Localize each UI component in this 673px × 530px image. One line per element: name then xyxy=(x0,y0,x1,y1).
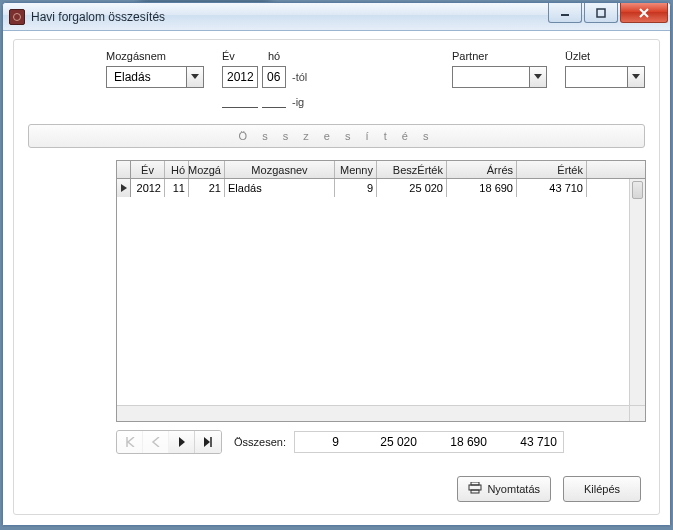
total-beszertek: 25 020 xyxy=(345,435,423,449)
uzlet-field: Üzlet xyxy=(565,50,645,88)
ho-to-input[interactable] xyxy=(262,106,286,108)
partner-label: Partner xyxy=(452,50,547,66)
mozgasnem-field: Mozgásnem Eladás xyxy=(106,50,204,88)
nav-prev-button[interactable] xyxy=(143,431,169,453)
exit-button[interactable]: Kilépés xyxy=(563,476,641,502)
ho-from-input[interactable]: 06 xyxy=(262,66,286,88)
svg-rect-1 xyxy=(597,9,605,17)
content-area: Mozgásnem Eladás Év hó 2012 xyxy=(3,31,670,525)
osszesites-label: Ö s s z e s í t é s xyxy=(239,130,435,142)
svg-rect-4 xyxy=(469,485,481,490)
total-ertek: 43 710 xyxy=(493,435,563,449)
chevron-down-icon[interactable] xyxy=(529,67,546,87)
title-bar[interactable]: Havi forgalom összesítés xyxy=(3,3,670,31)
dialog-window: Havi forgalom összesítés Mozgásnem Eladá… xyxy=(2,2,671,526)
col-menny[interactable]: Menny xyxy=(335,161,377,178)
printer-icon xyxy=(468,482,482,496)
svg-rect-5 xyxy=(471,490,479,493)
scroll-corner xyxy=(629,405,645,421)
print-label: Nyomtatás xyxy=(487,483,540,495)
period-field: Év hó 2012 06 -tól -ig xyxy=(222,50,307,108)
cell-menny: 9 xyxy=(335,179,377,197)
record-navigator xyxy=(116,430,222,454)
bottom-buttons: Nyomtatás Kilépés xyxy=(457,476,641,502)
chevron-down-icon[interactable] xyxy=(627,67,644,87)
result-grid[interactable]: Év Hó Mozgá Mozgasnev Menny BeszÉrték Ár… xyxy=(116,160,646,422)
navigator-row: Összesen: 9 25 020 18 690 43 710 xyxy=(116,430,645,454)
mozgasnem-label: Mozgásnem xyxy=(106,50,204,66)
horizontal-scrollbar[interactable] xyxy=(117,405,629,421)
app-icon xyxy=(9,9,25,25)
chevron-down-icon[interactable] xyxy=(186,67,203,87)
uzlet-combo[interactable] xyxy=(565,66,645,88)
ev-from-input[interactable]: 2012 xyxy=(222,66,258,88)
cell-arres: 18 690 xyxy=(447,179,517,197)
osszesites-button[interactable]: Ö s s z e s í t é s xyxy=(28,124,645,148)
nav-next-button[interactable] xyxy=(169,431,195,453)
ho-label: hó xyxy=(268,50,292,66)
grid-body[interactable]: 2012 11 21 Eladás 9 25 020 18 690 43 710 xyxy=(117,179,645,405)
close-button[interactable] xyxy=(620,3,668,23)
col-mozgas[interactable]: Mozgá xyxy=(189,161,225,178)
mozgasnem-combo[interactable]: Eladás xyxy=(106,66,204,88)
grid-corner xyxy=(117,161,131,178)
grid-header: Év Hó Mozgá Mozgasnev Menny BeszÉrték Ár… xyxy=(117,161,645,179)
cell-mozgasnev: Eladás xyxy=(225,179,335,197)
ev-label: Év xyxy=(222,50,258,66)
col-arres[interactable]: Árrés xyxy=(447,161,517,178)
mozgasnem-value: Eladás xyxy=(111,70,186,84)
exit-label: Kilépés xyxy=(584,483,620,495)
filter-row: Mozgásnem Eladás Év hó 2012 xyxy=(28,50,645,108)
col-mozgasnev[interactable]: Mozgasnev xyxy=(225,161,335,178)
total-menny: 9 xyxy=(295,435,345,449)
tol-suffix: -tól xyxy=(292,71,307,83)
vertical-scrollbar[interactable] xyxy=(629,179,645,421)
total-arres: 18 690 xyxy=(423,435,493,449)
totals-box: 9 25 020 18 690 43 710 xyxy=(294,431,564,453)
cell-ho: 11 xyxy=(165,179,189,197)
cell-beszertek: 25 020 xyxy=(377,179,447,197)
table-row[interactable]: 2012 11 21 Eladás 9 25 020 18 690 43 710 xyxy=(117,179,645,197)
ev-to-input[interactable] xyxy=(222,106,258,108)
group-frame: Mozgásnem Eladás Év hó 2012 xyxy=(13,39,660,515)
nav-last-button[interactable] xyxy=(195,431,221,453)
minimize-button[interactable] xyxy=(548,3,582,23)
row-indicator-icon xyxy=(117,179,131,197)
osszesen-label: Összesen: xyxy=(234,436,286,448)
col-beszertek[interactable]: BeszÉrték xyxy=(377,161,447,178)
cell-ev: 2012 xyxy=(131,179,165,197)
col-ho[interactable]: Hó xyxy=(165,161,189,178)
partner-field: Partner xyxy=(452,50,547,88)
col-ev[interactable]: Év xyxy=(131,161,165,178)
partner-combo[interactable] xyxy=(452,66,547,88)
print-button[interactable]: Nyomtatás xyxy=(457,476,551,502)
window-title: Havi forgalom összesítés xyxy=(31,10,165,24)
nav-first-button[interactable] xyxy=(117,431,143,453)
col-ertek[interactable]: Érték xyxy=(517,161,587,178)
cell-mozgas: 21 xyxy=(189,179,225,197)
maximize-button[interactable] xyxy=(584,3,618,23)
uzlet-label: Üzlet xyxy=(565,50,645,66)
ig-suffix: -ig xyxy=(292,96,304,108)
cell-ertek: 43 710 xyxy=(517,179,587,197)
